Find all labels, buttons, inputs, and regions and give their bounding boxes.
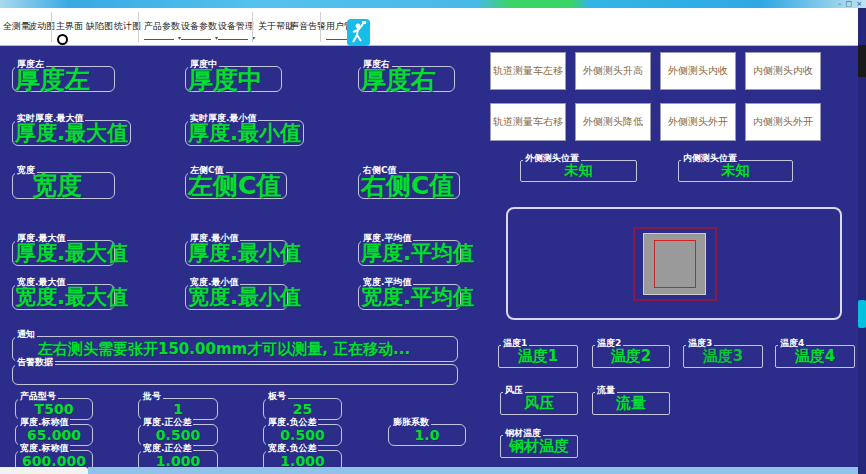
alarm-text [12, 364, 458, 385]
walking-person-icon[interactable] [347, 19, 370, 46]
outer-probe-lower-button[interactable]: 外侧测头降低 [575, 103, 651, 141]
device-mgmt-dropdown[interactable] [218, 39, 248, 40]
field-value: 厚度.最小值 [188, 122, 301, 144]
field-label: 温度1 [501, 338, 529, 348]
field-label: 内侧测头位置 [681, 153, 739, 163]
field-label: 告警数据 [15, 357, 55, 367]
field-label: 厚度.正公差 [141, 417, 193, 427]
inner-probe-open-button[interactable]: 内侧测头外开 [745, 103, 821, 141]
field-label: 产品型号 [18, 391, 58, 401]
menu-item-stat-chart[interactable]: 统计图 [114, 20, 141, 33]
field-value: 未知 [678, 160, 793, 182]
main-screen-radio-indicator[interactable] [57, 34, 68, 45]
field-label: 流量 [595, 385, 617, 395]
field-value: 宽度 [32, 173, 82, 199]
field-label: 板号 [266, 391, 288, 401]
menu-item-device-params[interactable]: 设备参数 [181, 20, 217, 33]
field-wind-pressure: 风压 风压 [500, 392, 578, 415]
car-move-right-button[interactable]: 轨道测量车右移 [490, 103, 566, 141]
field-value: 未知 [520, 160, 637, 182]
device-params-dropdown[interactable] [181, 39, 211, 40]
notification-field: 通知 左右测头需要张开150.00mm才可以测量, 正在移动... [12, 336, 458, 362]
field-value: 温度2 [592, 345, 670, 368]
close-button[interactable]: × [856, 1, 862, 8]
field-label: 批号 [141, 391, 163, 401]
alarm-data-field: 告警数据 [12, 364, 458, 385]
field-label: 宽度.平均值 [361, 277, 413, 287]
menu-item-product-params[interactable]: 产品参数 [144, 20, 180, 33]
field-inner-probe-position: 内侧测头位置 未知 [678, 160, 793, 182]
field-label: 宽度.标称值 [18, 443, 70, 453]
title-bar: – □ × [0, 0, 866, 8]
maximize-button[interactable]: □ [846, 1, 853, 8]
menu-item-main-screen[interactable]: 主界面 [56, 20, 83, 33]
measurement-schematic-panel [506, 207, 842, 320]
field-flow: 流量 流量 [592, 392, 670, 415]
field-value: 厚度中 [188, 67, 263, 93]
field-value: 风压 [500, 392, 578, 415]
field-label: 厚度右 [361, 59, 392, 69]
field-value: 厚度.平均值 [361, 242, 474, 264]
scrollbar-thumb[interactable] [858, 300, 866, 328]
menu-item-about-help[interactable]: 关于帮助 [258, 20, 294, 33]
field-label: 厚度左 [15, 59, 46, 69]
field-width-max: 宽度.最大值 宽度.最大值 [12, 284, 115, 310]
field-label: 温度2 [595, 338, 623, 348]
field-value: 流量 [592, 392, 670, 415]
field-label: 厚度中 [188, 59, 219, 69]
field-width-min: 宽度.最小值 宽度.最小值 [185, 284, 288, 310]
field-value: 1.0 [388, 424, 466, 446]
field-temp2: 温度2 温度2 [592, 345, 670, 368]
field-thickness-max: 厚度.最大值 厚度.最大值 [12, 240, 115, 266]
field-value: 温度1 [498, 345, 578, 368]
field-label: 钢材温度 [503, 428, 543, 438]
field-label: 厚度.平均值 [361, 233, 413, 243]
field-value: 宽度.最大值 [15, 286, 128, 308]
menu-item-device-mgmt[interactable]: 设备管理 [218, 20, 254, 33]
field-c-left: 左侧C值 左侧C值 [185, 172, 287, 199]
field-label: 厚度.标称值 [18, 417, 70, 427]
menu-separator [320, 12, 321, 42]
menu-separator [252, 12, 253, 42]
field-label: 外侧测头位置 [523, 153, 581, 163]
field-value: 右侧C值 [361, 173, 454, 199]
field-width: 宽度 宽度 [12, 172, 115, 199]
outer-probe-raise-button[interactable]: 外侧测头升高 [575, 52, 651, 90]
field-value: 左侧C值 [188, 173, 281, 199]
notification-text: 左右测头需要张开150.00mm才可以测量, 正在移动... [38, 336, 410, 362]
window-controls: – □ × [838, 0, 862, 8]
field-steel-temp: 钢材温度 钢材温度 [500, 435, 578, 458]
field-value: 温度3 [683, 345, 763, 368]
vertical-scrollbar[interactable] [858, 8, 866, 474]
field-outer-probe-position: 外侧测头位置 未知 [520, 160, 637, 182]
product-params-dropdown[interactable] [144, 39, 174, 40]
field-value: 宽度.平均值 [361, 286, 474, 308]
field-expansion-coef: 膨胀系数 1.0 [388, 424, 466, 446]
app-window: – □ × 全测量 波动图 主界面 缺陷图 统计图 产品参数 设备参数 设备管理… [0, 0, 866, 474]
field-thickness-min: 厚度.最小值 厚度.最小值 [185, 240, 288, 266]
menu-item-defect-chart[interactable]: 缺陷图 [86, 20, 113, 33]
field-label: 右侧C值 [361, 165, 399, 175]
field-value: 厚度.最大值 [15, 122, 128, 144]
inner-probe-close-button[interactable]: 内侧测头内收 [745, 52, 821, 90]
field-temp1: 温度1 温度1 [498, 345, 578, 368]
outer-probe-open-button[interactable]: 外侧测头外开 [660, 103, 736, 141]
field-value: 厚度右 [361, 67, 436, 93]
field-value: 厚度左 [15, 67, 90, 93]
field-thickness-right: 厚度右 厚度右 [358, 66, 455, 92]
menu-item-measure-all[interactable]: 全测量 [3, 20, 30, 33]
outer-probe-close-button[interactable]: 外侧测头内收 [660, 52, 736, 90]
minimize-button[interactable]: – [838, 1, 842, 8]
field-label: 温度3 [686, 338, 714, 348]
bottom-edge-strip [0, 467, 866, 474]
field-thickness-mid: 厚度中 厚度中 [185, 66, 282, 92]
field-label: 实时厚度.最大值 [15, 113, 85, 123]
field-label: 温度4 [778, 338, 806, 348]
field-value: 温度4 [775, 345, 855, 368]
bottom-strip-blue [88, 467, 858, 474]
field-rt-thickness-max: 实时厚度.最大值 厚度.最大值 [12, 120, 131, 146]
field-label: 宽度.正公差 [141, 443, 193, 453]
field-label: 宽度.最小值 [188, 277, 240, 287]
field-thickness-avg: 厚度.平均值 厚度.平均值 [358, 240, 461, 266]
car-move-left-button[interactable]: 轨道测量车左移 [490, 52, 566, 90]
